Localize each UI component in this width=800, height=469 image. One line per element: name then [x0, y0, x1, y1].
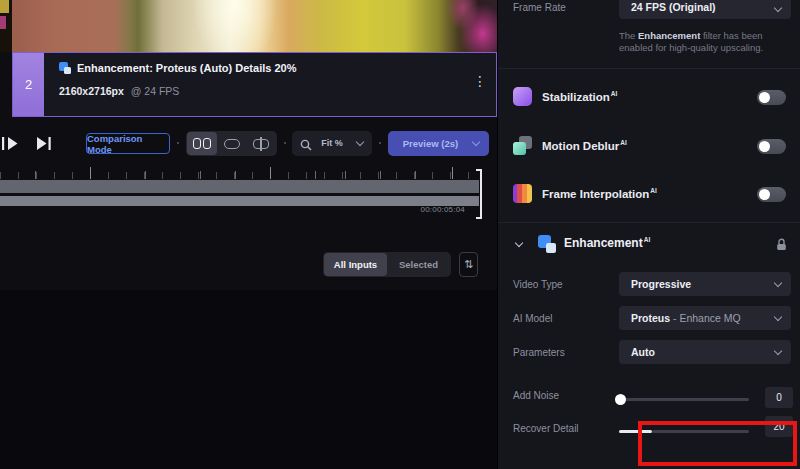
frame-interpolation-row: Frame InterpolationAI — [513, 183, 788, 207]
timeline-end-timestamp: 00:00:05:04 — [400, 205, 465, 214]
selected-clip-card[interactable]: 2 Enhancement: Proteus (Auto) Details 20… — [12, 52, 497, 117]
stabilization-toggle[interactable] — [757, 90, 786, 105]
section-divider — [498, 68, 800, 69]
ruler-tick — [345, 171, 346, 179]
stabilization-row: StabilizationAI — [513, 86, 788, 110]
chevron-down-icon — [774, 4, 782, 12]
toolbar-divider — [177, 142, 179, 144]
section-divider — [498, 222, 800, 223]
video-type-label: Video Type — [513, 279, 563, 290]
recover-detail-slider-track[interactable] — [652, 430, 749, 433]
trim-end-handle[interactable] — [476, 169, 482, 219]
clip-menu-button[interactable]: ⋮ — [473, 74, 487, 88]
stabilization-icon — [513, 87, 532, 106]
side-by-side-icon — [193, 138, 211, 149]
chevron-down-icon — [774, 313, 782, 321]
enhancement-icon — [538, 235, 556, 253]
frame-interpolation-toggle[interactable] — [757, 187, 786, 202]
lock-icon[interactable] — [776, 237, 787, 255]
preview-pane: 2 Enhancement: Proteus (Auto) Details 20… — [0, 0, 497, 469]
view-mode-side-by-side[interactable] — [187, 132, 217, 155]
enhancement-title: EnhancementAI — [564, 236, 650, 250]
frame-rate-dropdown[interactable]: 24 FPS (Original) — [619, 0, 791, 19]
clip-number-badge: 2 — [13, 53, 44, 116]
ruler-tick — [145, 171, 146, 179]
video-frame-edge — [0, 0, 12, 52]
timeline-ruler — [0, 172, 479, 179]
motion-deblur-label: Motion DeblurAI — [542, 139, 627, 152]
add-noise-slider-knob[interactable] — [615, 394, 626, 405]
preview-render-button[interactable]: Preview (2s) — [388, 131, 489, 156]
view-mode-single[interactable] — [217, 132, 247, 155]
motion-deblur-row: Motion DeblurAI — [513, 135, 788, 159]
clip-title: Enhancement: Proteus (Auto) Details 20% — [77, 62, 296, 74]
chevron-down-icon — [472, 138, 480, 146]
recover-detail-slider-fill[interactable] — [619, 430, 652, 433]
ruler-tick — [90, 167, 91, 179]
video-preview-frame — [12, 0, 497, 52]
clip-resolution: 2160x2716px — [59, 85, 124, 97]
clip-meta-row: 2160x2716px @ 24 FPS — [59, 85, 179, 97]
add-noise-slider-track[interactable] — [619, 398, 749, 401]
preview-button-label: Preview (2s) — [388, 138, 473, 149]
ai-model-label: AI Model — [513, 313, 552, 324]
ruler-tick — [315, 171, 316, 179]
ai-model-value: Proteus - Enhance MQ — [631, 312, 741, 324]
ruler-tick — [380, 171, 381, 179]
video-type-value: Progressive — [631, 278, 691, 290]
timeline-track-input[interactable] — [0, 180, 479, 193]
ruler-tick — [270, 167, 271, 179]
motion-deblur-icon — [513, 136, 532, 155]
settings-panel: Frame Rate 24 FPS (Original) The Enhance… — [497, 0, 800, 469]
enhancement-section-header: EnhancementAI — [498, 232, 800, 256]
view-mode-group — [186, 131, 277, 156]
zoom-level-dropdown[interactable]: Fit % — [292, 131, 372, 156]
frame-edge-highlight-2 — [0, 16, 6, 29]
ruler-tick — [415, 171, 416, 179]
recover-detail-label: Recover Detail — [513, 423, 579, 434]
toolbar-divider — [284, 142, 286, 144]
parameters-dropdown[interactable]: Auto — [619, 340, 791, 364]
play-button[interactable] — [2, 136, 19, 155]
recover-detail-value[interactable]: 20 — [765, 416, 793, 437]
ruler-tick — [235, 171, 236, 179]
ruler-tick — [200, 171, 201, 179]
all-inputs-tab[interactable]: All Inputs — [324, 253, 387, 276]
frame-rate-value: 24 FPS (Original) — [631, 1, 716, 13]
add-noise-label: Add Noise — [513, 390, 559, 401]
sort-order-button[interactable]: ⇅ — [459, 252, 478, 277]
enhancement-icon — [59, 62, 71, 74]
inputs-filter-toggle: All Inputs Selected — [323, 252, 451, 277]
stabilization-label: StabilizationAI — [542, 90, 617, 103]
parameters-value: Auto — [631, 346, 655, 358]
frame-interpolation-label: Frame InterpolationAI — [542, 187, 657, 200]
selected-tab[interactable]: Selected — [387, 253, 450, 276]
add-noise-value[interactable]: 0 — [765, 387, 793, 408]
parameters-label: Parameters — [513, 347, 565, 358]
frame-rate-label: Frame Rate — [513, 2, 566, 13]
frame-edge-highlight — [0, 0, 9, 13]
split-view-icon — [253, 137, 269, 151]
video-ai-app: 2 Enhancement: Proteus (Auto) Details 20… — [0, 0, 800, 469]
ruler-tick — [452, 167, 453, 179]
frame-interpolation-icon — [513, 184, 532, 203]
single-view-icon — [224, 139, 240, 149]
chevron-down-icon — [774, 279, 782, 287]
clip-framerate: @ 24 FPS — [131, 85, 180, 97]
ai-model-dropdown[interactable]: Proteus - Enhance MQ — [619, 306, 791, 330]
video-type-dropdown[interactable]: Progressive — [619, 272, 791, 296]
clip-title-row: Enhancement: Proteus (Auto) Details 20% — [59, 62, 296, 74]
view-mode-split[interactable] — [246, 132, 276, 155]
ruler-tick — [35, 171, 36, 179]
chevron-down-icon — [774, 347, 782, 355]
toolbar-divider — [379, 142, 381, 144]
skip-to-end-button[interactable] — [36, 136, 53, 155]
enhancement-note: The Enhancement filter has been enabled … — [619, 30, 795, 53]
comparison-mode-button[interactable]: Comparison Mode — [86, 133, 170, 154]
collapse-chevron-icon[interactable] — [515, 239, 523, 247]
motion-deblur-toggle[interactable] — [757, 139, 786, 154]
timeline-empty-area — [0, 290, 497, 469]
